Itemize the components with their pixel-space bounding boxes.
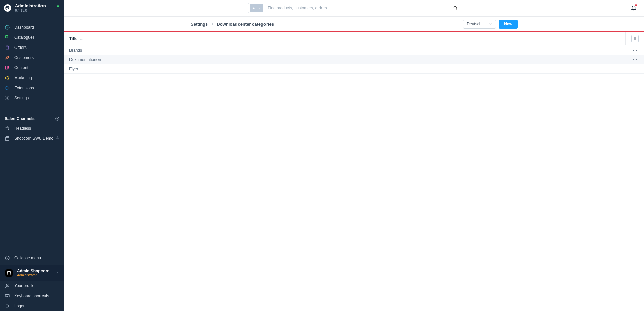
breadcrumb-current: Downloadcenter categories bbox=[217, 22, 274, 27]
table-row[interactable]: Flyer bbox=[64, 64, 644, 74]
svg-point-13 bbox=[454, 6, 456, 9]
content-area: Title Brands bbox=[64, 32, 644, 311]
chevron-down-icon bbox=[56, 270, 60, 275]
svg-point-21 bbox=[635, 59, 635, 60]
channel-item-headless[interactable]: Headless bbox=[0, 123, 64, 133]
svg-point-15 bbox=[82, 39, 82, 40]
topbar: All bbox=[64, 0, 644, 17]
svg-rect-8 bbox=[6, 137, 9, 140]
orders-icon bbox=[5, 45, 10, 50]
column-header-actions bbox=[529, 32, 626, 45]
nav-item-marketing[interactable]: Marketing bbox=[0, 73, 64, 83]
nav-item-orders[interactable]: Orders bbox=[0, 42, 64, 53]
notifications-button[interactable] bbox=[631, 5, 637, 12]
svg-point-24 bbox=[635, 68, 635, 69]
status-indicator-icon bbox=[57, 5, 59, 7]
svg-point-9 bbox=[57, 137, 58, 138]
avatar bbox=[5, 269, 13, 277]
more-icon bbox=[633, 59, 637, 60]
row-actions-button[interactable] bbox=[626, 50, 644, 51]
language-select[interactable]: Deutsch bbox=[463, 20, 496, 29]
row-actions-button[interactable] bbox=[626, 59, 644, 60]
svg-rect-1 bbox=[6, 35, 8, 38]
column-options-icon[interactable] bbox=[80, 36, 84, 41]
settings-icon bbox=[5, 95, 10, 101]
svg-point-20 bbox=[633, 59, 634, 60]
svg-point-16 bbox=[83, 39, 83, 40]
collapse-label: Collapse menu bbox=[14, 256, 41, 260]
svg-point-18 bbox=[635, 50, 635, 50]
nav-item-content[interactable]: Content bbox=[0, 63, 64, 73]
info-icon bbox=[5, 255, 10, 261]
nav-label: Extensions bbox=[14, 86, 34, 90]
collapse-menu-button[interactable]: Collapse menu bbox=[0, 253, 64, 263]
grid-settings-button[interactable] bbox=[631, 35, 639, 42]
nav-item-dashboard[interactable]: Dashboard bbox=[0, 22, 64, 32]
footer-item-profile[interactable]: Your profile bbox=[0, 281, 64, 291]
gauge-icon bbox=[5, 25, 10, 30]
search-bar[interactable]: All bbox=[248, 3, 460, 13]
svg-rect-2 bbox=[7, 37, 9, 39]
chevron-right-icon bbox=[211, 22, 214, 26]
nav-label: Settings bbox=[14, 96, 29, 100]
extensions-icon bbox=[5, 85, 10, 91]
svg-point-6 bbox=[7, 97, 8, 99]
table-row[interactable]: Dokumentationen bbox=[64, 55, 644, 64]
storefront-icon bbox=[5, 136, 10, 141]
grid-header: Title bbox=[64, 32, 644, 45]
user-block[interactable]: Admin Shopcorn Administrator bbox=[0, 265, 64, 281]
footer-label: Keyboard shortcuts bbox=[14, 293, 49, 298]
svg-rect-12 bbox=[5, 295, 9, 297]
sidebar-footer: Collapse menu Admin Shopcorn Administrat… bbox=[0, 253, 64, 311]
svg-point-22 bbox=[636, 59, 637, 60]
search-input[interactable] bbox=[263, 6, 451, 10]
table-row[interactable]: Brands bbox=[64, 45, 644, 55]
logo-icon bbox=[4, 4, 11, 12]
row-actions-button[interactable] bbox=[626, 68, 644, 70]
svg-point-14 bbox=[80, 39, 81, 40]
sidebar-header: Administration 6.4.13.0 bbox=[0, 0, 64, 15]
nav-item-settings[interactable]: Settings bbox=[0, 93, 64, 103]
cell-title: Flyer bbox=[64, 67, 529, 71]
user-name: Admin Shopcorn bbox=[17, 269, 50, 273]
footer-item-keyboard[interactable]: Keyboard shortcuts bbox=[0, 291, 64, 301]
add-channel-icon[interactable] bbox=[55, 116, 60, 121]
column-header-title[interactable]: Title bbox=[64, 32, 529, 45]
footer-item-logout[interactable]: Logout bbox=[0, 301, 64, 311]
svg-point-23 bbox=[633, 68, 634, 69]
nav-label: Content bbox=[14, 65, 28, 70]
search-type-selector[interactable]: All bbox=[250, 4, 263, 12]
nav-label: Marketing bbox=[14, 75, 32, 80]
nav-item-catalogues[interactable]: Catalogues bbox=[0, 32, 64, 42]
catalogues-icon bbox=[5, 35, 10, 40]
breadcrumb-root[interactable]: Settings bbox=[191, 22, 208, 27]
sidebar: Administration 6.4.13.0 Dashboard Catalo… bbox=[0, 0, 64, 311]
nav-item-customers[interactable]: Customers bbox=[0, 53, 64, 63]
user-role: Administrator bbox=[17, 273, 50, 277]
app-title-block: Administration 6.4.13.0 bbox=[15, 3, 46, 13]
svg-point-11 bbox=[6, 284, 8, 286]
sales-channels-header: Sales Channels bbox=[0, 114, 64, 123]
main: All Settings Downloadcenter categories bbox=[64, 0, 644, 311]
new-button[interactable]: New bbox=[499, 20, 518, 29]
section-label: Sales Channels bbox=[5, 116, 35, 121]
search-icon[interactable] bbox=[451, 6, 460, 10]
app-version: 6.4.13.0 bbox=[15, 9, 46, 13]
svg-point-4 bbox=[8, 56, 9, 57]
nav-item-extensions[interactable]: Extensions bbox=[0, 83, 64, 93]
svg-rect-5 bbox=[6, 66, 7, 69]
list-icon bbox=[633, 37, 637, 41]
nav-label: Customers bbox=[14, 55, 34, 60]
svg-point-25 bbox=[636, 68, 637, 69]
eye-icon bbox=[55, 136, 60, 141]
basket-icon bbox=[5, 126, 10, 131]
notification-badge-icon bbox=[635, 4, 637, 6]
page-header: Settings Downloadcenter categories Deuts… bbox=[64, 17, 644, 32]
channel-item-shopcorn[interactable]: Shopcorn SW6 Demo bbox=[0, 133, 64, 144]
marketing-icon bbox=[5, 75, 10, 81]
logout-icon bbox=[5, 303, 10, 309]
breadcrumb: Settings Downloadcenter categories bbox=[191, 22, 274, 27]
svg-point-17 bbox=[633, 50, 634, 50]
channel-label: Shopcorn SW6 Demo bbox=[14, 136, 53, 141]
more-icon bbox=[633, 50, 637, 51]
